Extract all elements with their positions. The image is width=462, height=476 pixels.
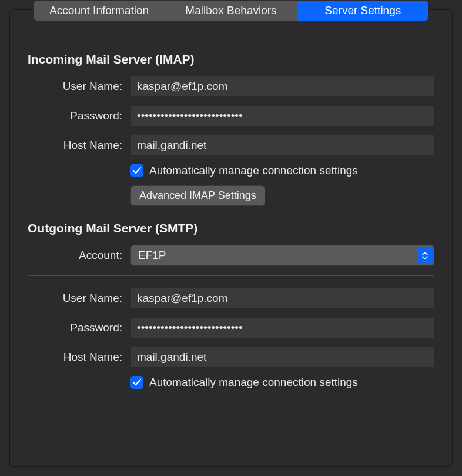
outgoing-account-label: Account: bbox=[28, 249, 130, 262]
outgoing-auto-manage-label: Automatically manage connection settings bbox=[149, 376, 358, 389]
tab-bar: Account Information Mailbox Behaviors Se… bbox=[34, 1, 428, 21]
incoming-password-input[interactable] bbox=[130, 105, 434, 127]
checkmark-icon bbox=[133, 378, 141, 387]
incoming-auto-manage-checkbox[interactable] bbox=[130, 164, 143, 177]
incoming-username-input[interactable] bbox=[130, 76, 434, 97]
content-area: Incoming Mail Server (IMAP) User Name: P… bbox=[28, 30, 434, 389]
incoming-username-label: User Name: bbox=[28, 80, 130, 93]
outgoing-password-label: Password: bbox=[28, 321, 130, 334]
incoming-auto-manage-label: Automatically manage connection settings bbox=[149, 164, 358, 177]
outgoing-hostname-input[interactable] bbox=[130, 347, 434, 368]
tab-account-information[interactable]: Account Information bbox=[34, 1, 165, 21]
advanced-imap-settings-button[interactable]: Advanced IMAP Settings bbox=[130, 185, 265, 206]
outgoing-username-input[interactable] bbox=[130, 288, 434, 309]
outgoing-account-select[interactable]: EF1P bbox=[130, 245, 434, 266]
outgoing-section-title: Outgoing Mail Server (SMTP) bbox=[28, 221, 434, 235]
server-settings-panel: Account Information Mailbox Behaviors Se… bbox=[9, 9, 453, 467]
incoming-hostname-label: Host Name: bbox=[28, 139, 130, 152]
outgoing-hostname-label: Host Name: bbox=[28, 351, 130, 364]
outgoing-username-label: User Name: bbox=[28, 292, 130, 305]
outgoing-password-input[interactable] bbox=[130, 317, 434, 338]
tab-mailbox-behaviors[interactable]: Mailbox Behaviors bbox=[165, 1, 297, 21]
incoming-hostname-input[interactable] bbox=[130, 135, 434, 156]
incoming-password-label: Password: bbox=[28, 109, 130, 122]
tab-server-settings[interactable]: Server Settings bbox=[297, 1, 428, 21]
checkmark-icon bbox=[133, 167, 141, 175]
incoming-section-title: Incoming Mail Server (IMAP) bbox=[28, 52, 434, 66]
outgoing-auto-manage-checkbox[interactable] bbox=[130, 376, 143, 389]
section-divider bbox=[28, 275, 434, 276]
